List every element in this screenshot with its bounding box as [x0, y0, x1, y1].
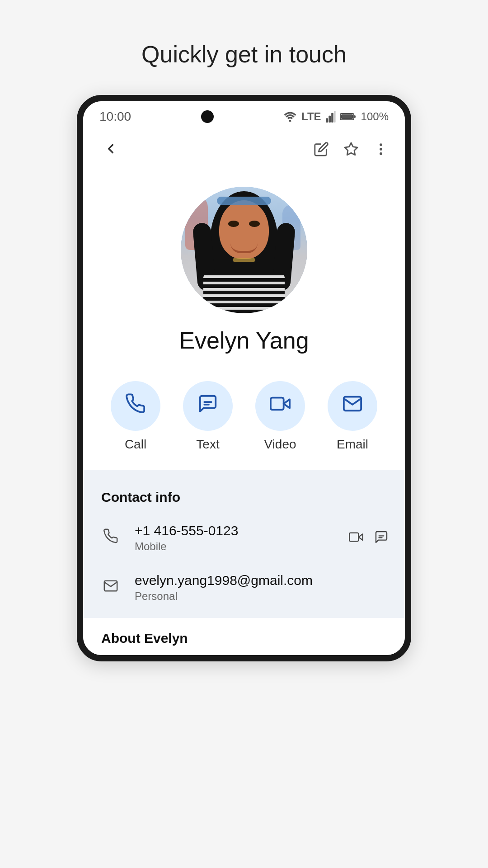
more-options-icon[interactable]	[373, 142, 389, 160]
nav-actions	[314, 142, 389, 160]
avatar-photo	[181, 187, 307, 313]
phone-info: +1 416-555-0123 Mobile	[135, 523, 336, 553]
battery-icon	[340, 112, 357, 122]
email-address: evelyn.yang1998@gmail.com	[135, 573, 389, 588]
svg-rect-3	[331, 113, 333, 123]
contact-name: Evelyn Yang	[83, 327, 405, 354]
email-row: evelyn.yang1998@gmail.com Personal	[83, 563, 405, 613]
svg-rect-6	[341, 114, 353, 119]
email-row-icon	[99, 578, 122, 597]
call-label: Call	[125, 437, 146, 452]
phone-row-icon	[99, 528, 122, 547]
status-icons: LTE 100%	[283, 110, 389, 123]
phone-frame: 10:00 LTE 100%	[77, 95, 411, 661]
call-button[interactable]: Call	[111, 381, 160, 452]
video-button[interactable]: Video	[255, 381, 305, 452]
about-header: About Evelyn	[101, 631, 387, 646]
svg-rect-7	[354, 115, 356, 118]
svg-marker-14	[284, 399, 290, 408]
action-buttons: Call Text	[83, 368, 405, 470]
call-button-circle	[111, 381, 160, 431]
svg-point-11	[380, 152, 382, 155]
svg-rect-15	[271, 398, 284, 410]
status-bar: 10:00 LTE 100%	[83, 101, 405, 128]
lte-label: LTE	[301, 110, 321, 123]
video-icon	[270, 393, 291, 419]
section-divider	[83, 470, 405, 477]
phone-number: +1 416-555-0123	[135, 523, 336, 538]
battery-percent: 100%	[361, 110, 389, 123]
email-icon	[342, 393, 363, 419]
wifi-icon	[283, 112, 297, 122]
phone-type: Mobile	[135, 540, 336, 553]
contact-info-header: Contact info	[83, 477, 405, 513]
camera-dot	[201, 110, 214, 123]
edit-icon[interactable]	[314, 142, 329, 160]
svg-rect-2	[328, 116, 331, 123]
text-label: Text	[196, 437, 219, 452]
svg-point-0	[289, 120, 291, 122]
svg-point-9	[380, 143, 382, 146]
video-label: Video	[264, 437, 296, 452]
text-button-circle	[183, 381, 233, 431]
phone-row-actions	[349, 530, 389, 546]
contact-info-section: Contact info +1 416-555-0123 Mobile	[83, 477, 405, 613]
svg-rect-17	[349, 533, 358, 542]
email-label: Email	[337, 437, 368, 452]
avatar-section	[83, 173, 405, 322]
email-type: Personal	[135, 590, 389, 603]
phone-row: +1 416-555-0123 Mobile	[83, 513, 405, 563]
video-call-action-icon[interactable]	[349, 530, 363, 546]
back-button[interactable]	[99, 137, 122, 164]
email-button-circle	[328, 381, 377, 431]
about-divider	[83, 613, 405, 618]
contact-name-section: Evelyn Yang	[83, 322, 405, 368]
message-icon	[197, 393, 218, 419]
text-action-icon[interactable]	[374, 530, 389, 546]
svg-point-10	[380, 148, 382, 151]
email-info: evelyn.yang1998@gmail.com Personal	[135, 573, 389, 603]
top-nav	[83, 128, 405, 173]
about-section: About Evelyn	[83, 618, 405, 655]
text-button[interactable]: Text	[183, 381, 233, 452]
signal-icon	[326, 111, 336, 123]
video-button-circle	[255, 381, 305, 431]
svg-rect-4	[334, 111, 336, 123]
status-time: 10:00	[99, 109, 131, 124]
svg-rect-1	[326, 118, 328, 123]
page-title: Quickly get in touch	[141, 41, 347, 68]
star-icon[interactable]	[343, 142, 359, 160]
svg-marker-16	[358, 534, 362, 540]
email-button[interactable]: Email	[328, 381, 377, 452]
phone-icon	[125, 393, 146, 419]
svg-marker-8	[345, 142, 357, 155]
avatar	[181, 187, 307, 313]
